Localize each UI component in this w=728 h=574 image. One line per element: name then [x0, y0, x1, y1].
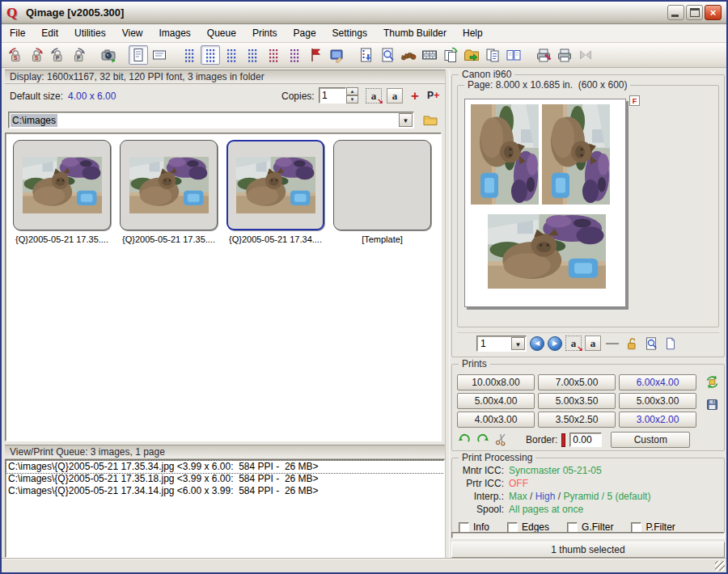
new-page-button[interactable]	[662, 336, 679, 352]
thumbnail-item-template[interactable]: [Template]	[329, 140, 435, 244]
add-print-button[interactable]: +	[411, 88, 419, 104]
thumb-builder-icon[interactable]	[399, 45, 418, 65]
flag-icon[interactable]	[306, 45, 325, 65]
layout-grid-3-icon[interactable]	[222, 45, 241, 65]
copy-page-icon[interactable]	[441, 45, 460, 65]
thumbnail-panel[interactable]: {Q}2005-05-21 17.35.... {Q}2005-05-21 17…	[5, 133, 442, 441]
queue-row[interactable]: C:\images\{Q}2005-05-21 17.34.14.jpg <6.…	[6, 485, 444, 497]
size-button-10x8[interactable]: 10.00x8.00	[457, 374, 535, 390]
menu-thumb-builder[interactable]: Thumb Builder	[375, 25, 455, 41]
camera-icon[interactable]	[99, 45, 118, 65]
dropdown-arrow-icon[interactable]: ▼	[399, 113, 413, 127]
queue-list-icon[interactable]	[357, 45, 376, 65]
auto-fit-text-button[interactable]: a↘	[565, 336, 582, 351]
size-button-6x4[interactable]: 6.00x4.00	[619, 374, 696, 390]
menu-prints[interactable]: Prints	[244, 25, 286, 41]
dropdown-arrow-icon[interactable]: ▼	[511, 337, 525, 350]
interp-value[interactable]: Max / High / Pyramid / 5 (default)	[509, 491, 650, 504]
layout-grid-2-icon[interactable]	[201, 45, 220, 65]
redo-button[interactable]	[476, 432, 490, 449]
prev-page-button[interactable]: ◀	[530, 336, 544, 351]
layout-grid-4-icon[interactable]	[243, 45, 262, 65]
gfilter-checkbox[interactable]	[567, 522, 578, 533]
maximize-button[interactable]	[686, 5, 703, 20]
menu-page[interactable]: Page	[286, 25, 324, 41]
minimize-button[interactable]	[667, 5, 684, 20]
mntr-icc-value[interactable]: Syncmaster 05-21-05	[509, 465, 602, 478]
copies-input[interactable]	[319, 87, 346, 103]
menu-edit[interactable]: Edit	[33, 25, 66, 41]
size-button-4x3[interactable]: 4.00x3.00	[457, 412, 535, 428]
spool-value[interactable]: All pages at once	[509, 504, 583, 517]
save-prints-button[interactable]	[705, 398, 719, 415]
print-icon[interactable]	[555, 45, 574, 65]
scroll-lock-p-back-icon[interactable]	[48, 45, 67, 65]
preview-image-portrait-2[interactable]	[542, 104, 610, 205]
page-flag-icon[interactable]: F	[629, 95, 640, 106]
template-thumbnail[interactable]	[333, 140, 431, 230]
print-setup-icon[interactable]	[534, 45, 553, 65]
prtr-icc-value[interactable]: OFF	[509, 478, 528, 491]
border-input[interactable]	[569, 433, 602, 447]
cut-button[interactable]	[494, 432, 509, 449]
size-button-5x35[interactable]: 5.00x3.50	[538, 393, 616, 409]
landscape-page-icon[interactable]	[150, 45, 169, 65]
thumbnail-item[interactable]: {Q}2005-05-21 17.35....	[9, 140, 115, 244]
layout-grid-1-icon[interactable]	[180, 45, 199, 65]
add-page-print-button[interactable]: P+	[427, 89, 440, 101]
spinner-up-icon[interactable]: ▲	[346, 87, 358, 95]
pfilter-checkbox[interactable]	[631, 522, 641, 533]
queue-header[interactable]: View/Print Queue: 3 images, 1 page	[5, 445, 445, 459]
size-button-3x2[interactable]: 3.00x2.00	[619, 412, 696, 428]
folder-path-combo[interactable]: C:\images ▼	[8, 112, 414, 129]
recycle-prints-button[interactable]	[705, 374, 720, 393]
page-number-combo[interactable]: 1 ▼	[476, 336, 527, 352]
custom-size-button[interactable]: Custom	[611, 432, 690, 448]
folder-open-button[interactable]	[422, 112, 438, 128]
info-checkbox[interactable]	[459, 522, 469, 533]
scroll-lock-p-forward-icon[interactable]	[69, 45, 88, 65]
close-button[interactable]: ×	[705, 5, 722, 20]
menu-utilities[interactable]: Utilities	[66, 25, 114, 41]
menu-view[interactable]: View	[114, 25, 151, 41]
layout-grid-mixed-icon[interactable]	[285, 45, 304, 65]
scroll-lock-s-forward-icon[interactable]	[27, 45, 46, 65]
default-size-value[interactable]: 4.00 x 6.00	[68, 91, 116, 102]
page-preview[interactable]	[464, 99, 626, 307]
font-button[interactable]: a	[387, 88, 403, 103]
size-button-5x3[interactable]: 5.00x3.00	[619, 393, 696, 409]
export-queue-icon[interactable]	[462, 45, 481, 65]
menu-queue[interactable]: Queue	[199, 25, 244, 41]
filmstrip-icon[interactable]	[420, 45, 439, 65]
undo-button[interactable]	[457, 432, 472, 449]
menu-settings[interactable]: Settings	[324, 25, 375, 41]
thumbnail-item[interactable]: {Q}2005-05-21 17.35....	[116, 140, 222, 244]
queue-row[interactable]: C:\images\{Q}2005-05-21 17.35.18.jpg <3.…	[6, 473, 444, 485]
insert-image-icon[interactable]	[327, 45, 346, 65]
book-view-icon[interactable]	[504, 45, 523, 65]
font-button[interactable]: a	[585, 336, 601, 351]
remove-button[interactable]: —	[604, 336, 620, 352]
size-button-35x25[interactable]: 3.50x2.50	[538, 412, 616, 428]
size-button-5x4[interactable]: 5.00x4.00	[457, 393, 535, 409]
thumbnail-image[interactable]	[13, 140, 111, 230]
spinner-down-icon[interactable]: ▼	[346, 95, 358, 103]
preview-image-landscape[interactable]	[488, 214, 606, 289]
duplicate-page-icon[interactable]	[483, 45, 502, 65]
queue-list[interactable]: C:\images\{Q}2005-05-21 17.35.34.jpg <3.…	[5, 459, 445, 558]
thumbnail-item-selected[interactable]: {Q}2005-05-21 17.34....	[222, 140, 328, 244]
thumbnail-image[interactable]	[120, 140, 218, 230]
next-page-button[interactable]: ▶	[548, 336, 562, 351]
preview-image-portrait-1[interactable]	[471, 104, 539, 205]
edges-checkbox[interactable]	[507, 522, 518, 533]
border-color-swatch[interactable]	[561, 433, 565, 447]
auto-fit-text-button[interactable]: a↘	[366, 88, 382, 103]
lock-open-button[interactable]	[624, 336, 640, 352]
queue-row[interactable]: C:\images\{Q}2005-05-21 17.35.34.jpg <3.…	[6, 461, 444, 473]
cancel-print-icon[interactable]	[576, 45, 595, 65]
portrait-page-icon[interactable]	[129, 45, 148, 65]
page-zoom-button[interactable]	[643, 336, 659, 352]
menu-help[interactable]: Help	[455, 25, 491, 41]
menu-file[interactable]: File	[2, 25, 33, 41]
layout-grid-red-icon[interactable]	[264, 45, 283, 65]
